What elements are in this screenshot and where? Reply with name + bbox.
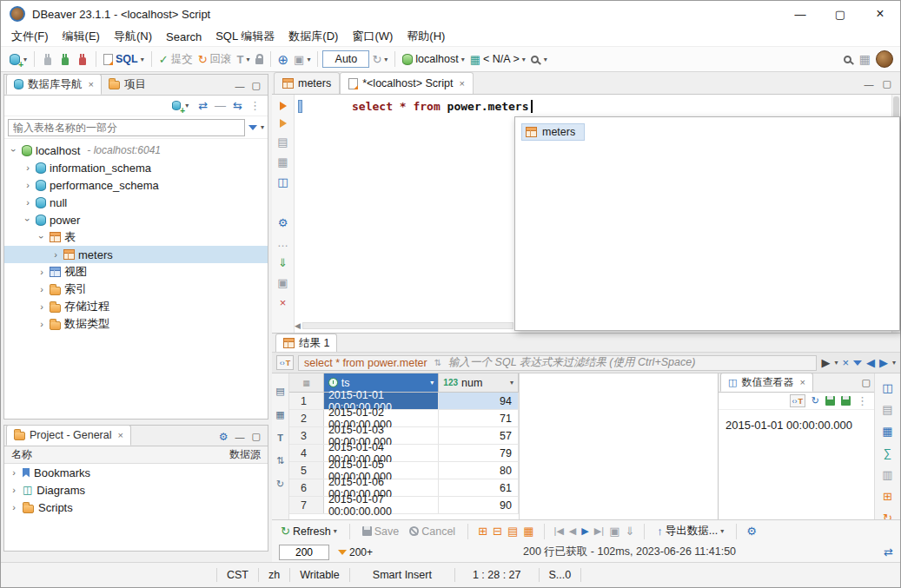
row-number[interactable]: 5 — [289, 462, 324, 479]
tab-results-1[interactable]: 结果 1 — [275, 334, 337, 352]
transaction-mode-button[interactable]: T ▾ — [235, 52, 253, 67]
background-tasks-icon[interactable]: ⇄ — [884, 546, 893, 558]
more-icon[interactable]: ⋮ — [857, 395, 868, 406]
dropdown-icon[interactable]: ▾ — [185, 102, 189, 109]
dropdown-icon[interactable]: ▾ — [23, 56, 27, 63]
commit-mode-combo[interactable]: Auto — [322, 50, 369, 68]
refresh-mode-icon[interactable]: ↻ — [276, 479, 284, 490]
cursor-position-indicator[interactable]: 1 : 28 : 27 — [455, 569, 539, 581]
results-filter-input[interactable]: select * from power.meter ⇅ 输入一个 SQL 表达式… — [298, 355, 817, 371]
value-format-icon[interactable]: ‹›T — [790, 394, 805, 407]
scroll-left-icon[interactable]: ◀ — [295, 321, 301, 330]
value-time-icon[interactable]: ↻ — [812, 396, 819, 406]
dropdown-icon[interactable]: ▾ — [834, 359, 838, 367]
first-row-icon[interactable]: |◀ — [554, 526, 564, 536]
reconnect-button[interactable] — [56, 52, 74, 67]
chevron-collapsed-icon[interactable]: › — [23, 180, 32, 190]
nav-view-menu-icon[interactable]: ⋮ — [249, 100, 261, 111]
gear-icon[interactable]: ⚙ — [746, 525, 757, 537]
cell-num[interactable]: 90 — [439, 497, 519, 513]
search-button[interactable] — [841, 54, 857, 65]
chevron-collapsed-icon[interactable]: › — [37, 267, 46, 277]
chevron-collapsed-icon[interactable]: › — [10, 502, 18, 512]
grid-panel-icon[interactable]: ▦ — [882, 426, 892, 437]
grid-toggle-icon[interactable]: ▣ — [277, 277, 288, 288]
chevron-collapsed-icon[interactable]: › — [23, 162, 32, 173]
explain-plan-icon[interactable]: ▤ — [277, 136, 288, 148]
dropdown-icon[interactable]: ▾ — [544, 56, 547, 63]
task-indicator[interactable]: S...0 — [540, 569, 581, 581]
fetch-more-button[interactable]: 200+ — [335, 545, 375, 560]
previous-row-icon[interactable]: ◀ — [569, 526, 576, 536]
text-mode-icon[interactable]: T — [277, 433, 283, 443]
fetch-page-icon[interactable]: ▣ — [609, 525, 619, 537]
cell-num[interactable]: 61 — [439, 479, 519, 496]
writable-indicator[interactable]: Writable — [290, 569, 349, 581]
row-number[interactable]: 2 — [289, 410, 324, 426]
chevron-collapsed-icon[interactable]: › — [51, 249, 60, 260]
menu-file[interactable]: 文件(F) — [4, 29, 56, 44]
menu-database[interactable]: 数据库(D) — [282, 29, 345, 44]
chevron-collapsed-icon[interactable]: › — [37, 284, 46, 294]
cell-ts[interactable]: 2015-01-07 00:00:00.000 — [324, 497, 439, 513]
clear-icon[interactable]: × — [280, 297, 287, 308]
autocomplete-item-meters[interactable]: meters — [521, 123, 585, 141]
tree-item-information-schema[interactable]: › information_schema — [4, 159, 268, 176]
project-item-diagrams[interactable]: › ◫ Diagrams — [4, 481, 268, 499]
dropdown-icon[interactable]: ▾ — [510, 379, 513, 386]
chevron-expanded-icon[interactable]: › — [23, 215, 33, 224]
grid-mode-icon[interactable]: ▤ — [275, 386, 284, 397]
menu-edit[interactable]: 编辑(E) — [56, 29, 107, 44]
tree-item-indexes-folder[interactable]: › 索引 — [4, 281, 268, 298]
clear-filter-icon[interactable]: × — [842, 357, 849, 368]
connection-selector[interactable]: localhost ▾ — [400, 51, 467, 67]
move-row-up-icon[interactable]: ▤ — [507, 525, 518, 537]
chevron-expanded-icon[interactable]: › — [9, 146, 19, 155]
value-panel-icon[interactable]: ◫ — [882, 382, 892, 393]
tree-item-procedures-folder[interactable]: › 存储过程 — [4, 298, 268, 315]
scrollbar-track[interactable] — [302, 322, 513, 329]
history-back-icon[interactable]: ◀ — [866, 357, 875, 368]
dropdown-icon[interactable]: ▾ — [384, 56, 388, 63]
compass-button[interactable]: ⊕ — [275, 51, 292, 68]
tree-item-views-folder[interactable]: › 视图 — [4, 263, 268, 281]
connect-button[interactable] — [39, 52, 56, 67]
execute-script-icon[interactable] — [280, 119, 287, 128]
close-tab-icon[interactable]: × — [117, 430, 123, 440]
export-data-button[interactable]: ↑ 导出数据... ▾ — [654, 522, 726, 540]
panel-maximize-icon[interactable]: ▢ — [252, 80, 261, 91]
record-mode-icon[interactable]: ▦ — [275, 409, 284, 420]
row-number[interactable]: 4 — [289, 445, 324, 461]
row-number[interactable]: 3 — [289, 427, 324, 444]
nav-swap-icon[interactable]: ⇄ — [198, 100, 208, 111]
menu-search[interactable]: Search — [159, 30, 209, 43]
user-profile-button[interactable] — [873, 49, 896, 69]
apply-filter-icon[interactable]: ▶ — [821, 357, 830, 368]
schema-selector[interactable]: ▦ < N/A > ▾ — [467, 51, 528, 67]
editor-horizontal-scrollbar[interactable]: ◀ — [295, 320, 513, 331]
panel-minimize-icon[interactable]: — — [235, 81, 245, 91]
project-item-scripts[interactable]: › Scripts — [4, 499, 268, 516]
table-filter-input[interactable] — [8, 119, 245, 136]
execute-statement-icon[interactable] — [280, 102, 287, 110]
dropdown-icon[interactable]: ▾ — [892, 359, 896, 367]
tree-item-tables-folder[interactable]: › 表 — [4, 228, 268, 246]
cell-num[interactable]: 71 — [439, 410, 519, 426]
editor-maximize-icon[interactable]: ▢ — [883, 78, 891, 89]
save-value-icon[interactable] — [825, 396, 835, 406]
menu-help[interactable]: 帮助(H) — [400, 29, 452, 44]
save-as-icon[interactable] — [841, 396, 851, 406]
filter-funnel-icon[interactable] — [853, 360, 862, 366]
chevron-expanded-icon[interactable]: › — [36, 233, 47, 241]
pin-panel-icon[interactable]: ▥ — [882, 469, 892, 480]
tab-script[interactable]: *<localhost> Script × — [340, 72, 474, 94]
dropdown-icon[interactable]: ▾ — [720, 527, 724, 535]
edit-panel-icon[interactable]: ⊞ — [883, 491, 892, 502]
table-row[interactable]: 7 2015-01-07 00:00:00.000 90 — [289, 497, 519, 514]
tab-meters[interactable]: meters — [274, 72, 340, 94]
move-row-down-icon[interactable]: ▦ — [523, 525, 533, 537]
insert-mode-indicator[interactable]: Smart Insert — [350, 569, 454, 581]
net-tools-button[interactable]: ▣ ▾ — [291, 52, 313, 67]
dropdown-icon[interactable]: ▾ — [430, 379, 434, 386]
language-indicator[interactable]: zh — [259, 569, 289, 581]
